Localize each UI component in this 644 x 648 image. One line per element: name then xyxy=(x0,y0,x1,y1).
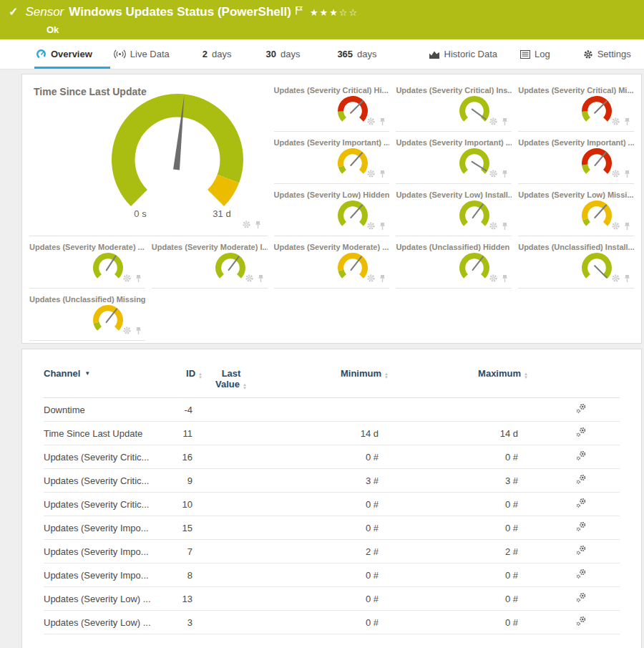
tile-pin-icon[interactable] xyxy=(623,168,631,181)
channel-maximum-cell: 0 # xyxy=(389,617,528,628)
column-header-id[interactable]: ID▲▼ xyxy=(172,368,203,390)
main-gauge-tile[interactable]: Time Since Last Update 0 s31 d xyxy=(29,79,268,236)
tile-pin-icon[interactable] xyxy=(379,168,386,181)
channel-name-cell[interactable]: Time Since Last Update xyxy=(44,428,172,439)
tile-pin-icon[interactable] xyxy=(623,221,631,233)
tile-icon-group xyxy=(611,116,631,129)
small-gauge xyxy=(457,251,492,282)
flag-icon[interactable] xyxy=(296,5,303,18)
channel-settings-icon[interactable] xyxy=(576,523,587,534)
gauge-tile-2[interactable]: Updates (Severity Critical) Mi... xyxy=(518,79,634,132)
tile-pin-icon[interactable] xyxy=(135,273,142,286)
channel-name-cell[interactable]: Updates (Severity Critic... xyxy=(44,452,172,463)
tab-30-days[interactable]: 30 days xyxy=(265,49,300,59)
tile-pin-icon[interactable] xyxy=(623,273,631,286)
gauge-grid: Time Since Last Update 0 s31 d Updates (… xyxy=(29,79,634,341)
column-header-minimum[interactable]: Minimum▲▼ xyxy=(260,368,389,390)
channel-name-cell[interactable]: Updates (Severity Impo... xyxy=(44,523,172,533)
gauge-tile-6[interactable]: Updates (Severity Low) Hidden xyxy=(274,184,390,236)
channel-settings-icon[interactable] xyxy=(576,594,587,605)
tile-gear-icon[interactable] xyxy=(366,168,376,181)
channel-name-cell[interactable]: Downtime xyxy=(44,405,172,415)
channel-settings-icon[interactable] xyxy=(576,500,587,511)
channel-name-cell[interactable]: Updates (Severity Critic... xyxy=(44,499,172,510)
tile-gear-icon[interactable] xyxy=(366,221,376,233)
active-tab-underline xyxy=(34,67,110,69)
tile-gear-icon[interactable] xyxy=(489,273,498,286)
tile-gear-icon[interactable] xyxy=(242,219,251,232)
tile-pin-icon[interactable] xyxy=(379,221,386,233)
channel-settings-icon[interactable] xyxy=(576,547,587,558)
tile-gear-icon[interactable] xyxy=(366,116,376,129)
tab-2-days[interactable]: 2 days xyxy=(203,49,232,59)
channel-settings-icon[interactable] xyxy=(576,476,587,487)
tile-icon-group xyxy=(366,273,386,286)
table-row[interactable]: Updates (Severity Critic...100 #0 # xyxy=(44,493,620,516)
tile-pin-icon[interactable] xyxy=(501,116,509,129)
gauge-tile-11[interactable]: Updates (Severity Moderate) ... xyxy=(274,236,390,289)
gauge-tile-7[interactable]: Updates (Severity Low) Install... xyxy=(396,184,512,236)
channel-settings-icon[interactable] xyxy=(576,571,587,581)
channel-settings-icon[interactable] xyxy=(576,618,587,629)
tile-gear-icon[interactable] xyxy=(366,273,376,286)
tile-pin-icon[interactable] xyxy=(501,221,509,233)
table-row[interactable]: Updates (Severity Low) ...30 #0 # xyxy=(44,611,620,634)
gauge-tile-label: Updates (Severity Low) Missi... xyxy=(518,190,634,199)
tile-pin-icon[interactable] xyxy=(379,273,386,286)
column-header-channel[interactable]: Channel▼ xyxy=(44,368,172,390)
table-row[interactable]: Downtime-4 xyxy=(44,398,620,422)
channel-name-cell[interactable]: Updates (Severity Impo... xyxy=(44,570,172,581)
table-row[interactable]: Updates (Severity Impo...80 #0 # xyxy=(44,564,620,587)
channel-name-cell[interactable]: Updates (Severity Critic... xyxy=(44,475,172,486)
tab-365-days[interactable]: 365 days xyxy=(337,49,376,59)
tile-pin-icon[interactable] xyxy=(623,116,631,129)
tile-gear-icon[interactable] xyxy=(611,221,620,233)
tile-gear-icon[interactable] xyxy=(489,116,498,129)
gauge-tile-14[interactable]: Updates (Unclassified) Missing xyxy=(29,289,145,341)
tile-gear-icon[interactable] xyxy=(122,273,132,286)
gauge-tile-3[interactable]: Updates (Severity Important) ... xyxy=(274,132,390,184)
tile-gear-icon[interactable] xyxy=(611,116,620,129)
tile-gear-icon[interactable] xyxy=(122,325,132,338)
tile-pin-icon[interactable] xyxy=(501,168,509,181)
channel-settings-icon[interactable] xyxy=(576,429,587,440)
table-row[interactable]: Time Since Last Update1114 d14 d xyxy=(44,422,620,445)
channel-name-cell[interactable]: Updates (Severity Impo... xyxy=(44,546,172,557)
column-header-maximum[interactable]: Maximum▲▼ xyxy=(389,368,528,390)
tile-pin-icon[interactable] xyxy=(379,116,386,129)
gauge-tile-12[interactable]: Updates (Unclassified) Hidden xyxy=(396,236,512,289)
tab-historic-data[interactable]: Historic Data xyxy=(429,49,497,59)
tile-gear-icon[interactable] xyxy=(611,273,620,286)
gauge-tile-8[interactable]: Updates (Severity Low) Missi... xyxy=(518,184,634,236)
gauge-tile-9[interactable]: Updates (Severity Moderate) ... xyxy=(29,236,145,289)
gauge-tile-5[interactable]: Updates (Severity Important) ... xyxy=(518,132,634,184)
channel-name-cell[interactable]: Updates (Severity Low) ... xyxy=(44,617,172,628)
tab-log[interactable]: Log xyxy=(520,49,550,59)
column-header-last-value[interactable]: Last Value▲▼ xyxy=(203,368,260,390)
channel-settings-icon[interactable] xyxy=(576,405,587,416)
gauge-tile-4[interactable]: Updates (Severity Important) ... xyxy=(396,132,512,184)
gauge-tile-10[interactable]: Updates (Severity Moderate) I... xyxy=(152,236,268,289)
table-row[interactable]: Updates (Severity Impo...150 #0 # xyxy=(44,516,620,540)
table-row[interactable]: Updates (Severity Low) ...130 #0 # xyxy=(44,587,620,611)
gauge-tile-13[interactable]: Updates (Unclassified) Install... xyxy=(518,236,634,289)
tile-pin-icon[interactable] xyxy=(501,273,509,286)
tile-gear-icon[interactable] xyxy=(245,273,254,286)
tile-pin-icon[interactable] xyxy=(254,219,262,232)
gauge-tile-1[interactable]: Updates (Severity Critical) Ins... xyxy=(396,79,512,132)
tile-gear-icon[interactable] xyxy=(489,221,498,233)
channel-name-cell[interactable]: Updates (Severity Low) ... xyxy=(44,594,172,604)
gauge-tile-0[interactable]: Updates (Severity Critical) Hi... xyxy=(274,79,390,132)
tile-gear-icon[interactable] xyxy=(611,168,620,181)
tile-pin-icon[interactable] xyxy=(135,325,142,338)
priority-stars[interactable]: ★★★☆☆ xyxy=(310,7,358,18)
table-row[interactable]: Updates (Severity Critic...160 #0 # xyxy=(44,445,620,469)
channel-settings-icon[interactable] xyxy=(576,453,587,463)
tile-gear-icon[interactable] xyxy=(489,168,498,181)
table-row[interactable]: Updates (Severity Critic...93 #3 # xyxy=(44,469,620,493)
tab-overview[interactable]: Overview xyxy=(36,49,92,59)
tile-pin-icon[interactable] xyxy=(257,273,265,286)
tab-settings[interactable]: Settings xyxy=(583,49,631,59)
tab-live-data[interactable]: Live Data xyxy=(114,49,170,59)
table-row[interactable]: Updates (Severity Impo...72 #2 # xyxy=(44,540,620,564)
